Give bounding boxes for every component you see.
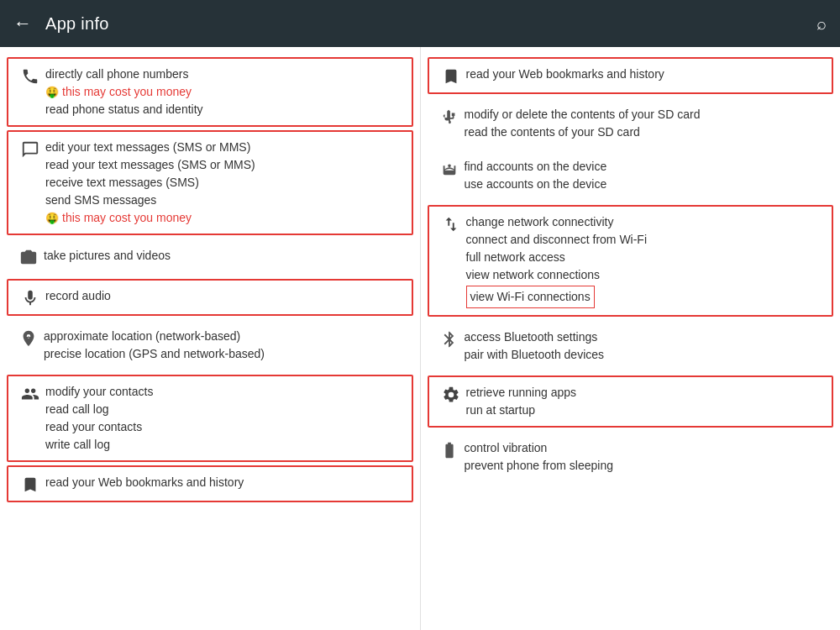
battery-icon bbox=[434, 439, 465, 459]
permission-bookmarks-left: read your Web bookmarks and history bbox=[7, 465, 413, 502]
cost-text: this may cost you money bbox=[62, 83, 192, 101]
permission-phone: directly call phone numbers 🤑 this may c… bbox=[7, 57, 413, 127]
cost-warning-phone: 🤑 this may cost you money bbox=[45, 83, 405, 101]
perm-line: read your Web bookmarks and history bbox=[45, 474, 405, 491]
perm-line: find accounts on the device bbox=[465, 158, 827, 176]
network-icon bbox=[436, 213, 466, 234]
perm-line: prevent phone from sleeping bbox=[465, 457, 827, 475]
perm-line: send SMS messages bbox=[45, 192, 405, 209]
perm-text-running: retrieve running apps run at startup bbox=[466, 384, 826, 419]
bluetooth-icon bbox=[434, 328, 465, 349]
left-column: directly call phone numbers 🤑 this may c… bbox=[0, 47, 421, 630]
perm-item-running: retrieve running apps run at startup bbox=[436, 382, 826, 421]
app-header: ← App info ⌕ bbox=[0, 0, 840, 47]
permission-contacts: modify your contacts read call log read … bbox=[7, 375, 413, 462]
perm-text-bookmarks-right: read your Web bookmarks and history bbox=[466, 66, 826, 83]
perm-line: modify or delete the contents of your SD… bbox=[465, 106, 827, 123]
perm-line: precise location (GPS and network-based) bbox=[44, 345, 407, 363]
perm-line: read your text messages (SMS or MMS) bbox=[45, 156, 405, 174]
perm-line: edit your text messages (SMS or MMS) bbox=[45, 139, 405, 156]
perm-line: approximate location (network-based) bbox=[44, 328, 407, 345]
perm-line: access Bluetooth settings bbox=[465, 328, 827, 346]
perm-line: view network connections bbox=[466, 266, 826, 284]
perm-line: read your contacts bbox=[45, 418, 405, 436]
perm-line: take pictures and videos bbox=[44, 247, 407, 265]
perm-text-network: change network connectivity connect and … bbox=[466, 213, 826, 308]
perm-line: read your Web bookmarks and history bbox=[466, 66, 826, 83]
permission-storage: modify or delete the contents of your SD… bbox=[421, 97, 841, 150]
perm-line: record audio bbox=[45, 287, 405, 305]
back-button[interactable]: ← bbox=[13, 13, 32, 34]
account-icon bbox=[434, 158, 465, 178]
cost-icon: 🤑 bbox=[45, 210, 59, 227]
perm-line: read phone status and identity bbox=[45, 101, 405, 118]
perm-line: receive text messages (SMS) bbox=[45, 174, 405, 192]
phone-icon bbox=[15, 66, 45, 86]
bookmark-icon-left bbox=[15, 474, 45, 494]
cost-warning-sms: 🤑 this may cost you money bbox=[45, 209, 405, 227]
perm-line: read call log bbox=[45, 401, 405, 418]
perm-line: use accounts on the device bbox=[465, 176, 827, 193]
cost-text: this may cost you money bbox=[62, 209, 192, 227]
perm-item-microphone: record audio bbox=[15, 286, 405, 309]
page-title: App info bbox=[45, 14, 816, 34]
perm-line: control vibration bbox=[465, 439, 827, 457]
bookmark-icon-right bbox=[436, 66, 466, 86]
permission-microphone: record audio bbox=[7, 279, 413, 316]
perm-item-phone: directly call phone numbers 🤑 this may c… bbox=[15, 64, 405, 120]
cost-icon: 🤑 bbox=[45, 84, 59, 101]
permission-sms: edit your text messages (SMS or MMS) rea… bbox=[7, 130, 413, 235]
permission-location: approximate location (network-based) pre… bbox=[0, 319, 420, 371]
usb-icon bbox=[434, 106, 465, 126]
permission-bluetooth: access Bluetooth settings pair with Blue… bbox=[421, 320, 841, 372]
perm-text-microphone: record audio bbox=[45, 287, 405, 305]
perm-text-sms: edit your text messages (SMS or MMS) rea… bbox=[45, 139, 405, 227]
contacts-icon bbox=[15, 383, 45, 403]
sms-icon bbox=[15, 139, 45, 159]
microphone-icon bbox=[15, 287, 45, 307]
perm-line: view Wi-Fi connections bbox=[466, 286, 595, 308]
perm-text-bluetooth: access Bluetooth settings pair with Blue… bbox=[465, 328, 827, 364]
perm-line: directly call phone numbers bbox=[45, 66, 405, 83]
perm-item-network: change network connectivity connect and … bbox=[436, 212, 826, 310]
perm-line: retrieve running apps bbox=[466, 384, 826, 402]
permission-vibration: control vibration prevent phone from sle… bbox=[421, 431, 841, 483]
main-content: directly call phone numbers 🤑 this may c… bbox=[0, 47, 840, 630]
perm-line: full network access bbox=[466, 249, 826, 266]
settings-icon bbox=[436, 384, 466, 404]
perm-text-storage: modify or delete the contents of your SD… bbox=[465, 106, 827, 141]
permission-accounts: find accounts on the device use accounts… bbox=[421, 150, 841, 202]
perm-item-sms: edit your text messages (SMS or MMS) rea… bbox=[15, 137, 405, 228]
perm-text-accounts: find accounts on the device use accounts… bbox=[465, 158, 827, 193]
perm-text-camera: take pictures and videos bbox=[44, 247, 407, 265]
perm-item-contacts: modify your contacts read call log read … bbox=[15, 381, 405, 455]
permission-network: change network connectivity connect and … bbox=[428, 205, 834, 317]
perm-item-bookmarks-right: read your Web bookmarks and history bbox=[436, 64, 826, 87]
permission-camera: take pictures and videos bbox=[0, 239, 420, 276]
perm-text-bookmarks-left: read your Web bookmarks and history bbox=[45, 474, 405, 491]
perm-item-bookmarks-left: read your Web bookmarks and history bbox=[15, 472, 405, 496]
perm-text-location: approximate location (network-based) pre… bbox=[44, 328, 407, 363]
perm-line: pair with Bluetooth devices bbox=[465, 346, 827, 364]
perm-line: change network connectivity bbox=[466, 213, 826, 231]
permission-bookmarks-right: read your Web bookmarks and history bbox=[428, 57, 834, 94]
perm-text-vibration: control vibration prevent phone from sle… bbox=[465, 439, 827, 475]
perm-line: modify your contacts bbox=[45, 383, 405, 401]
perm-line: run at startup bbox=[466, 402, 826, 419]
right-column: read your Web bookmarks and history modi… bbox=[421, 47, 841, 630]
perm-text-phone: directly call phone numbers 🤑 this may c… bbox=[45, 66, 405, 118]
permission-running: retrieve running apps run at startup bbox=[428, 375, 834, 428]
perm-line: read the contents of your SD card bbox=[465, 123, 827, 141]
location-icon bbox=[13, 328, 44, 348]
search-button[interactable]: ⌕ bbox=[816, 14, 827, 34]
perm-text-contacts: modify your contacts read call log read … bbox=[45, 383, 405, 454]
perm-line: write call log bbox=[45, 436, 405, 454]
perm-line: connect and disconnect from Wi-Fi bbox=[466, 231, 826, 249]
camera-icon bbox=[13, 247, 44, 267]
